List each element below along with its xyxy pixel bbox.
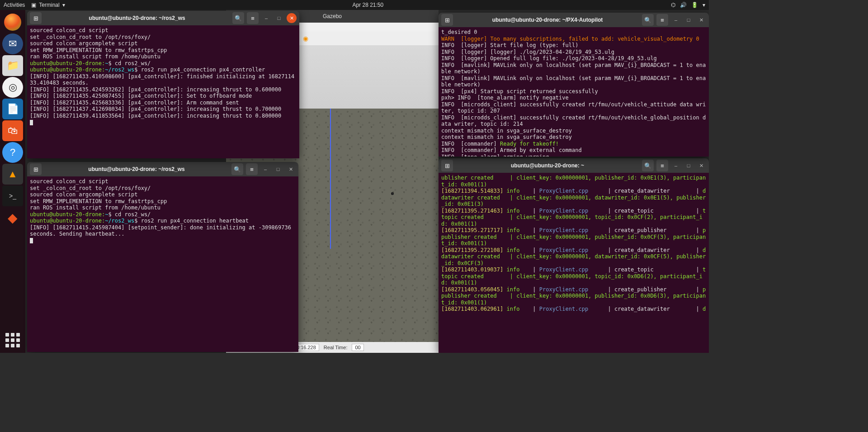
dock-software[interactable]: 🛍 xyxy=(2,120,23,141)
dock-app-b[interactable]: ◆ xyxy=(2,207,23,228)
maximize-button[interactable]: □ xyxy=(274,13,284,23)
dock-app-a[interactable]: ▲ xyxy=(2,164,23,185)
terminal-output[interactable]: sourced colcon_cd script set _colcon_cd_… xyxy=(27,176,298,352)
chevron-down-icon: ▾ xyxy=(62,2,65,8)
new-tab-button[interactable]: ⊞ xyxy=(441,160,453,171)
dock-files[interactable]: 📁 xyxy=(2,55,23,76)
dock-terminal[interactable]: >_ xyxy=(2,185,23,206)
window-title: ubuntu@ubuntu-20-drone: ~/ros2_ws xyxy=(44,166,229,172)
minimize-button[interactable]: – xyxy=(671,15,681,25)
light-icon[interactable]: ◉ xyxy=(301,34,310,43)
close-button[interactable]: ✕ xyxy=(287,13,297,23)
terminal-d[interactable]: ⊞ ubuntu@ubuntu-20-drone: ~ 🔍 ≡ – □ ✕ ub… xyxy=(439,158,709,353)
active-app[interactable]: ▣ Terminal ▾ xyxy=(31,2,65,8)
hamburger-icon[interactable]: ≡ xyxy=(656,14,668,26)
search-icon[interactable]: 🔍 xyxy=(642,160,654,171)
maximize-button[interactable]: □ xyxy=(273,164,283,174)
window-title: ubuntu@ubuntu-20-drone: ~/ros2_ws xyxy=(44,15,230,21)
dock: ✉ 📁 ◎ 📄 🛍 ? ▲ >_ ◆ xyxy=(0,10,25,353)
search-icon[interactable]: 🔍 xyxy=(642,14,654,26)
activities-button[interactable]: Activities xyxy=(4,2,25,8)
hamburger-icon[interactable]: ≡ xyxy=(247,12,259,24)
new-tab-button[interactable]: ⊞ xyxy=(441,14,453,26)
drone-model[interactable] xyxy=(386,190,399,197)
volume-icon[interactable]: 🔊 xyxy=(680,2,687,8)
terminal-output[interactable]: ublisher created | client_key: 0x0000000… xyxy=(439,173,709,353)
minimize-button[interactable]: – xyxy=(260,164,270,174)
titlebar[interactable]: ⊞ ubuntu@ubuntu-20-drone: ~/ros2_ws 🔍 ≡ … xyxy=(27,11,299,25)
dock-show-apps[interactable] xyxy=(4,331,22,349)
titlebar[interactable]: ⊞ ubuntu@ubuntu-20-drone: ~/ros2_ws 🔍 ≡ … xyxy=(27,162,298,176)
cursor xyxy=(30,120,33,125)
hamburger-icon[interactable]: ≡ xyxy=(656,160,668,171)
titlebar[interactable]: ⊞ ubuntu@ubuntu-20-drone: ~ 🔍 ≡ – □ ✕ xyxy=(439,158,709,173)
window-title: ubuntu@ubuntu-20-drone: ~ xyxy=(456,162,639,169)
real-time-label: Real Time: xyxy=(324,345,348,350)
new-tab-button[interactable]: ⊞ xyxy=(30,163,42,175)
terminal-icon: ▣ xyxy=(31,2,36,8)
terminal-output[interactable]: sourced colcon_cd script set _colcon_cd_… xyxy=(27,25,299,158)
terminal-b[interactable]: ⊞ ubuntu@ubuntu-20-drone: ~/ros2_ws 🔍 ≡ … xyxy=(27,162,298,352)
dock-thunderbird[interactable]: ✉ xyxy=(2,33,23,54)
network-icon[interactable]: ⌬ xyxy=(671,2,675,8)
maximize-button[interactable]: □ xyxy=(684,15,693,25)
search-icon[interactable]: 🔍 xyxy=(231,163,243,175)
search-icon[interactable]: 🔍 xyxy=(232,12,244,24)
dock-rhythmbox[interactable]: ◎ xyxy=(2,77,23,98)
terminal-output[interactable]: t_desired 0 WARN [logger] Too many subsc… xyxy=(439,27,709,157)
close-button[interactable]: ✕ xyxy=(696,161,706,171)
close-button[interactable]: ✕ xyxy=(286,164,296,174)
real-time-val: 00 xyxy=(352,344,363,351)
dock-firefox[interactable] xyxy=(2,12,23,33)
dock-help[interactable]: ? xyxy=(2,142,23,163)
terminal-a[interactable]: ⊞ ubuntu@ubuntu-20-drone: ~/ros2_ws 🔍 ≡ … xyxy=(27,11,299,158)
titlebar[interactable]: ⊞ ubuntu@ubuntu-20-drone: ~/PX4-Autopilo… xyxy=(439,13,709,27)
chevron-down-icon[interactable]: ▾ xyxy=(703,2,705,8)
maximize-button[interactable]: □ xyxy=(684,161,693,171)
minimize-button[interactable]: – xyxy=(261,13,271,23)
window-title: ubuntu@ubuntu-20-drone: ~/PX4-Autopilot xyxy=(456,17,639,23)
clock[interactable]: Apr 28 21:50 xyxy=(352,2,383,8)
new-tab-button[interactable]: ⊞ xyxy=(30,12,42,24)
hamburger-icon[interactable]: ≡ xyxy=(246,163,258,175)
dock-writer[interactable]: 📄 xyxy=(2,99,23,119)
cursor xyxy=(30,238,33,243)
axis-z xyxy=(330,109,331,249)
terminal-c[interactable]: ⊞ ubuntu@ubuntu-20-drone: ~/PX4-Autopilo… xyxy=(439,13,709,157)
close-button[interactable]: ✕ xyxy=(696,15,706,25)
battery-icon[interactable]: 🔋 xyxy=(691,2,698,8)
minimize-button[interactable]: – xyxy=(671,161,681,171)
topbar: Activities ▣ Terminal ▾ Apr 28 21:50 ⌬ 🔊… xyxy=(0,0,709,10)
